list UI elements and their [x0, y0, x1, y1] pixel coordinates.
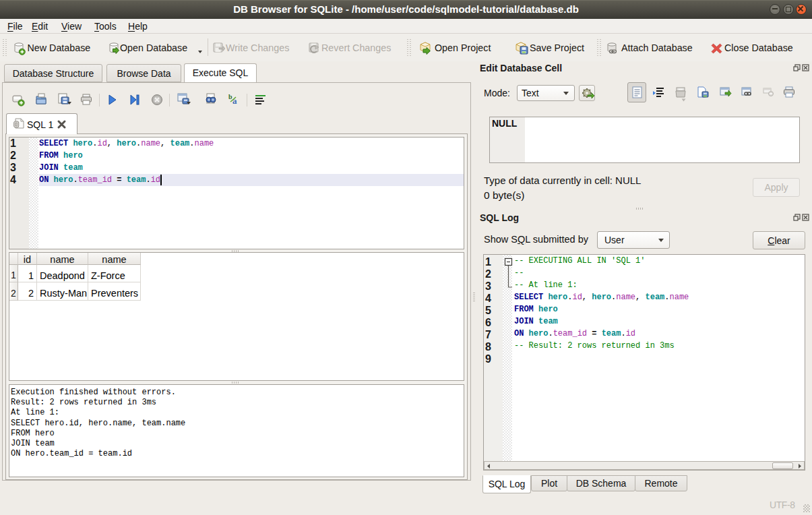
- svg-text:a: a: [232, 96, 237, 105]
